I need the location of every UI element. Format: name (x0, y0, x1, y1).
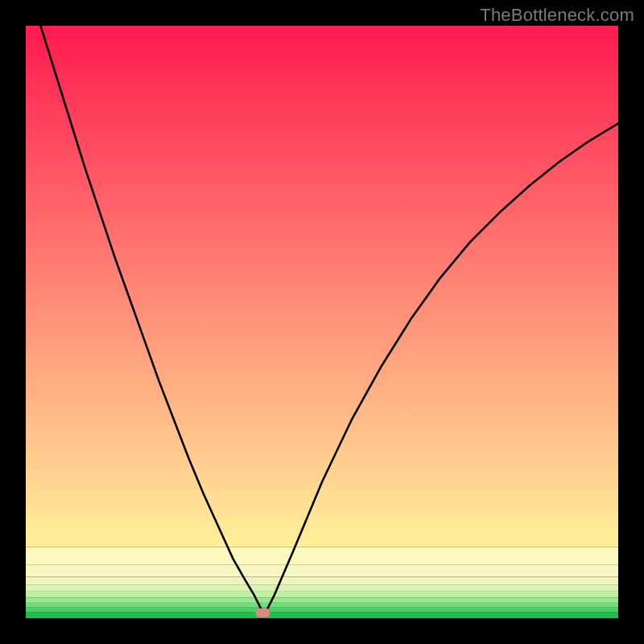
svg-rect-8 (26, 547, 618, 565)
chart-frame: TheBottleneck.com (0, 0, 644, 644)
svg-rect-5 (26, 585, 618, 592)
min-marker (255, 609, 270, 617)
svg-rect-1 (26, 608, 618, 613)
svg-rect-2 (26, 603, 618, 608)
svg-rect-4 (26, 592, 618, 597)
bottleneck-chart (26, 26, 618, 618)
watermark-text: TheBottleneck.com (480, 5, 634, 26)
svg-rect-0 (26, 613, 618, 618)
svg-rect-9 (26, 26, 618, 547)
svg-rect-3 (26, 597, 618, 603)
plot-area (26, 26, 618, 618)
svg-rect-6 (26, 576, 618, 584)
svg-rect-7 (26, 565, 618, 577)
